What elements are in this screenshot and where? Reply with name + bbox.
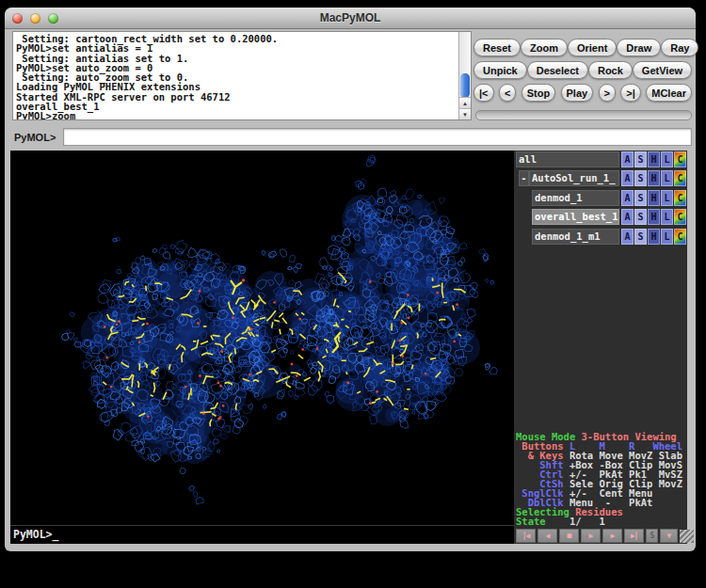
console-scrollbar[interactable]: ▲ ▼ [458, 32, 471, 119]
play-button[interactable]: Play [561, 84, 594, 102]
object-denmod_1_m1-L-button[interactable]: L [661, 229, 673, 245]
zoom-button[interactable]: Zoom [521, 39, 568, 56]
object-denmod_1-L-button[interactable]: L [661, 190, 673, 206]
object-AutoSol_run_1_-L-button[interactable]: L [661, 170, 673, 186]
object-all-L-button[interactable]: L [661, 151, 673, 167]
object-all-S-button[interactable]: S [634, 151, 647, 167]
command-input[interactable] [63, 128, 692, 146]
movie-first-button[interactable]: |◀ [516, 529, 536, 543]
movie-sculpt-button[interactable]: S [646, 529, 658, 543]
object-overall_best_1-L-button[interactable]: L [661, 209, 673, 225]
collapse-toggle[interactable]: - [519, 170, 529, 186]
control-buttons: ResetZoomOrientDrawRayUnpickDeselectRock… [473, 39, 692, 102]
object-all-A-button[interactable]: A [621, 151, 634, 167]
movie-play-button[interactable]: ▶ [581, 529, 601, 543]
button-row-3: |<<StopPlay>>|MClear [473, 84, 692, 102]
object-AutoSol_run_1_-label[interactable]: AutoSol_run_1_ [529, 170, 619, 186]
movie-back-button[interactable]: ◀ [538, 529, 557, 543]
object-denmod_1_m1-H-button[interactable]: H [648, 229, 660, 245]
movie-progress-bar[interactable] [475, 110, 692, 120]
movie-stop-button[interactable]: ■ [559, 529, 579, 543]
scrollbar-thumb[interactable] [460, 73, 470, 98]
movie-forward-button[interactable]: ▶ [602, 529, 622, 543]
console-output[interactable]: Setting: cartoon_rect_width set to 0.200… [13, 32, 458, 119]
step-forward-button[interactable]: > [599, 84, 616, 102]
mouse-panel-line: State 1/ 1 [516, 516, 686, 526]
go-last-button[interactable]: >| [620, 84, 641, 102]
stop-button[interactable]: Stop [521, 84, 555, 102]
object-overall_best_1-S-button[interactable]: S [634, 209, 647, 225]
panel-collapse-button[interactable]: ▼ [660, 529, 678, 543]
object-denmod_1_m1-label[interactable]: denmod_1_m1 [532, 229, 619, 245]
object-all-label[interactable]: all [516, 151, 619, 167]
object-all-H-button[interactable]: H [648, 151, 660, 167]
object-AutoSol_run_1_-H-button[interactable]: H [648, 170, 660, 186]
titlebar[interactable]: MacPyMOL [5, 8, 696, 29]
getview-button[interactable]: GetView [633, 61, 692, 79]
upper-panel: Setting: cartoon_rect_width set to 0.200… [5, 29, 696, 151]
ray-button[interactable]: Ray [661, 39, 698, 56]
movie-last-button[interactable]: ▶| [624, 529, 644, 543]
scroll-up-button[interactable]: ▲ [459, 97, 471, 108]
go-first-button[interactable]: |< [473, 84, 494, 102]
object-denmod_1-A-button[interactable]: A [621, 190, 634, 206]
reset-button[interactable]: Reset [473, 39, 521, 56]
mclear-button[interactable]: MClear [646, 84, 692, 102]
object-denmod_1_m1-S-button[interactable]: S [634, 229, 647, 245]
unpick-button[interactable]: Unpick [473, 61, 527, 79]
window-title: MacPyMOL [5, 11, 696, 24]
button-row-1: ResetZoomOrientDrawRay [473, 39, 692, 56]
command-prompt-label: PyMOL> [14, 132, 56, 143]
object-denmod_1-S-button[interactable]: S [634, 190, 647, 206]
object-AutoSol_run_1_-C-button[interactable]: C [674, 170, 686, 186]
object-overall_best_1-C-button[interactable]: C [674, 209, 686, 225]
mouse-mode-panel[interactable]: Mouse Mode 3-Button Viewing Buttons L M … [516, 432, 686, 526]
object-denmod_1_m1-A-button[interactable]: A [621, 229, 634, 245]
orient-button[interactable]: Orient [568, 39, 617, 56]
object-overall_best_1-H-button[interactable]: H [648, 209, 660, 225]
object-denmod_1-label[interactable]: denmod_1 [532, 190, 619, 206]
object-overall_best_1-A-button[interactable]: A [621, 209, 634, 225]
sidebar-panel: allASHLC-AutoSol_run_1_ASHLCdenmod_1ASHL… [514, 151, 687, 544]
object-denmod_1-C-button[interactable]: C [674, 190, 686, 206]
step-back-button[interactable]: < [499, 84, 516, 102]
object-overall_best_1-label[interactable]: overall_best_1 [532, 209, 619, 225]
viewport-prompt: PyMOL>_ [10, 525, 514, 544]
object-denmod_1_m1-C-button[interactable]: C [674, 229, 686, 245]
movie-controls: |◀◀■▶▶▶|S▼ [516, 529, 678, 543]
rock-button[interactable]: Rock [588, 61, 633, 79]
viewport: PyMOL>_ [10, 151, 514, 544]
object-AutoSol_run_1_-S-button[interactable]: S [634, 170, 647, 186]
macpymol-window: MacPyMOL Setting: cartoon_rect_width set… [5, 8, 696, 551]
object-AutoSol_run_1_-A-button[interactable]: A [621, 170, 634, 186]
button-row-2: UnpickDeselectRockGetView [473, 61, 692, 79]
draw-button[interactable]: Draw [617, 39, 661, 56]
viewport-canvas[interactable] [10, 151, 514, 524]
console-output-box: Setting: cartoon_rect_width set to 0.200… [12, 31, 472, 120]
object-denmod_1-H-button[interactable]: H [648, 190, 660, 206]
deselect-button[interactable]: Deselect [527, 61, 588, 79]
object-all-C-button[interactable]: C [674, 151, 686, 167]
scrollbar-arrows: ▲ ▼ [459, 97, 471, 119]
scroll-down-button[interactable]: ▼ [459, 108, 471, 119]
resize-grip[interactable] [680, 530, 694, 543]
